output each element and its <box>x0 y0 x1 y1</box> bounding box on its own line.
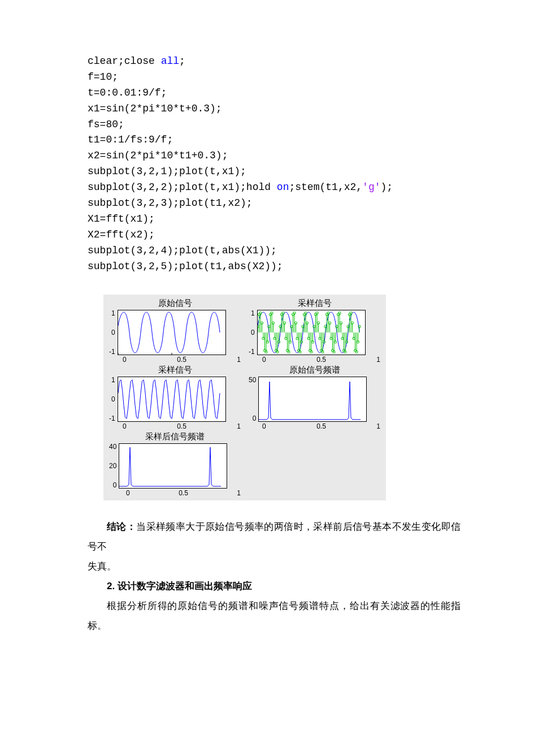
y-axis: 1 0 -1 <box>109 310 118 355</box>
y-axis: 40 20 0 <box>109 443 119 489</box>
y-axis: 1 0 -1 <box>109 377 118 422</box>
spectrum-chart-icon <box>259 377 366 421</box>
chart-title: 采样信号 <box>249 298 380 309</box>
section-2-body: 根据分析所得的原始信号的频谱和噪声信号频谱特点，给出有关滤波器的性能指标。 <box>88 601 461 631</box>
sine-chart-icon <box>118 377 225 421</box>
chart-title: 采样后信号频谱 <box>109 431 241 442</box>
y-axis: 1 0 -1 <box>249 310 257 355</box>
x-axis: 0 0.5 1 <box>126 489 241 497</box>
spectrum-chart-icon <box>119 444 227 488</box>
sine-chart-icon <box>118 310 225 355</box>
matlab-figure: 原始信号 1 0 -1 <box>103 295 386 500</box>
subplot-2-sampled-signal: 采样信号 1 0 -1 <box>249 298 380 364</box>
conclusion-text: 结论：当采样频率大于原始信号频率的两倍时，采样前后信号基本不发生变化即信号不 失… <box>88 517 461 636</box>
section-2-heading: 2. 设计数字滤波器和画出频率响应 <box>107 581 252 591</box>
subplot-3-sampled-line: 采样信号 1 0 -1 0 <box>109 365 241 430</box>
x-axis: 0 0.5 1 <box>262 422 380 430</box>
conclusion-label: 结论： <box>107 521 136 532</box>
chart-title: 原始信号频谱 <box>249 365 380 375</box>
x-axis: 0 0.5 1 <box>123 422 241 430</box>
x-axis: 0 0.5 1 <box>262 356 380 364</box>
x-axis: 0 0.5 1 <box>123 356 241 364</box>
chart-title: 原始信号 <box>109 298 241 309</box>
subplot-5-sampled-spectrum: 采样后信号频谱 40 20 0 <box>109 431 241 497</box>
matlab-code-block: clear;close all; f=10; t=0:0.01:9/f; x1=… <box>88 54 461 274</box>
chart-title: 采样信号 <box>109 365 241 375</box>
y-axis: 50 0 <box>249 377 258 422</box>
subplot-4-original-spectrum: 原始信号频谱 50 0 0 0. <box>249 365 380 430</box>
subplot-1-original-signal: 原始信号 1 0 -1 <box>109 298 241 364</box>
stem-chart-icon <box>258 310 365 355</box>
